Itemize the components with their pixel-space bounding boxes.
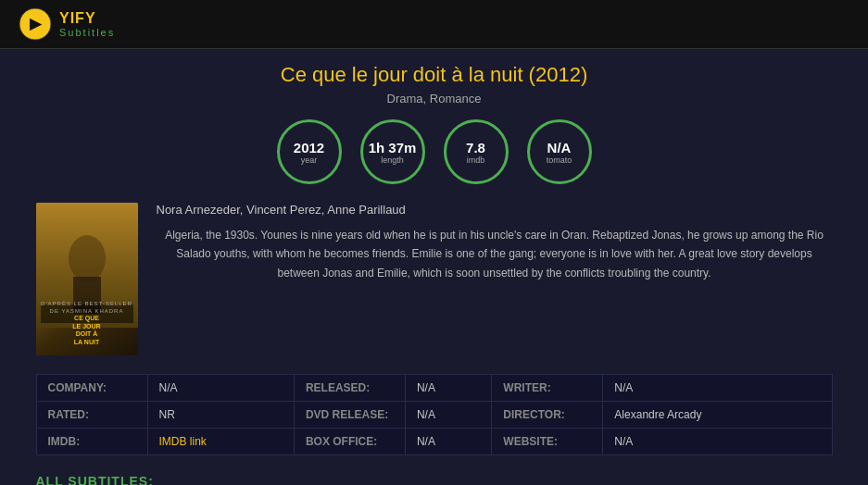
stat-year-value: 2012	[294, 140, 324, 155]
movie-poster: D'APRÈS LE BEST-SELLER DE YASMINA KHADRA…	[36, 203, 138, 355]
company-key: COMPANY:	[36, 375, 147, 402]
stat-length: 1h 37m length	[360, 119, 425, 184]
header: ▶ YIFY Subtitles	[0, 0, 868, 49]
details-row-1: COMPANY: N/A RELEASED: N/A WRITER: N/A	[36, 375, 832, 402]
stat-tomato: N/A Tomato	[527, 119, 592, 184]
logo-yify-label: YIFY	[59, 10, 115, 27]
stat-imdb-value: 7.8	[466, 140, 485, 155]
details-row-2: RATED: NR DVD RELEASE: N/A DIRECTOR: Ale…	[36, 402, 832, 429]
stat-imdb-label: IMDB	[467, 155, 485, 165]
logo-area[interactable]: ▶ YIFY Subtitles	[19, 7, 115, 41]
rated-val: NR	[147, 402, 294, 429]
dvd-key: DVD RELEASE:	[294, 402, 405, 429]
stat-tomato-value: N/A	[547, 140, 572, 155]
imdb-val[interactable]: IMDB link	[147, 429, 294, 455]
released-val: N/A	[405, 375, 491, 402]
stat-year: 2012 year	[277, 119, 342, 184]
boxoffice-val: N/A	[405, 429, 491, 455]
stat-tomato-label: Tomato	[547, 155, 572, 165]
synopsis: Algeria, the 1930s. Younes is nine years…	[157, 226, 833, 282]
company-val: N/A	[147, 375, 294, 402]
movie-info: Nora Arnezeder, Vincent Perez, Anne Pari…	[157, 203, 833, 355]
cast: Nora Arnezeder, Vincent Perez, Anne Pari…	[157, 203, 833, 217]
stat-length-label: length	[381, 155, 404, 165]
boxoffice-key: BOX OFFICE:	[294, 429, 405, 455]
website-val: N/A	[603, 429, 832, 455]
details-table: COMPANY: N/A RELEASED: N/A WRITER: N/A R…	[36, 374, 833, 455]
logo-text: YIFY Subtitles	[59, 10, 115, 38]
logo-icon: ▶	[19, 7, 52, 41]
stats-row: 2012 year 1h 37m length 7.8 IMDB N/A Tom…	[36, 119, 833, 184]
director-key: DIRECTOR:	[492, 402, 603, 429]
logo-subtitles-label: Subtitles	[59, 27, 115, 38]
imdb-link[interactable]: IMDB link	[159, 435, 207, 448]
imdb-key: IMDB:	[36, 429, 147, 455]
content-area: D'APRÈS LE BEST-SELLER DE YASMINA KHADRA…	[36, 203, 833, 355]
svg-text:▶: ▶	[30, 16, 43, 31]
rated-key: RATED:	[36, 402, 147, 429]
poster-text: D'APRÈS LE BEST-SELLER DE YASMINA KHADRA…	[36, 301, 138, 346]
stat-year-label: year	[301, 155, 318, 165]
writer-val: N/A	[603, 375, 832, 402]
movie-title: Ce que le jour doit à la nuit (2012)	[36, 63, 833, 87]
main-content: Ce que le jour doit à la nuit (2012) Dra…	[18, 49, 851, 485]
subtitles-header: ALL SUBTITLES:	[36, 474, 833, 485]
website-key: WEBSITE:	[492, 429, 603, 455]
stat-imdb: 7.8 IMDB	[444, 119, 509, 184]
details-row-3: IMDB: IMDB link BOX OFFICE: N/A WEBSITE:…	[36, 429, 832, 455]
movie-genre: Drama, Romance	[36, 92, 833, 106]
stat-length-value: 1h 37m	[369, 140, 417, 155]
writer-key: WRITER:	[492, 375, 603, 402]
director-val: Alexandre Arcady	[603, 402, 832, 429]
dvd-val: N/A	[405, 402, 491, 429]
released-key: RELEASED:	[294, 375, 405, 402]
